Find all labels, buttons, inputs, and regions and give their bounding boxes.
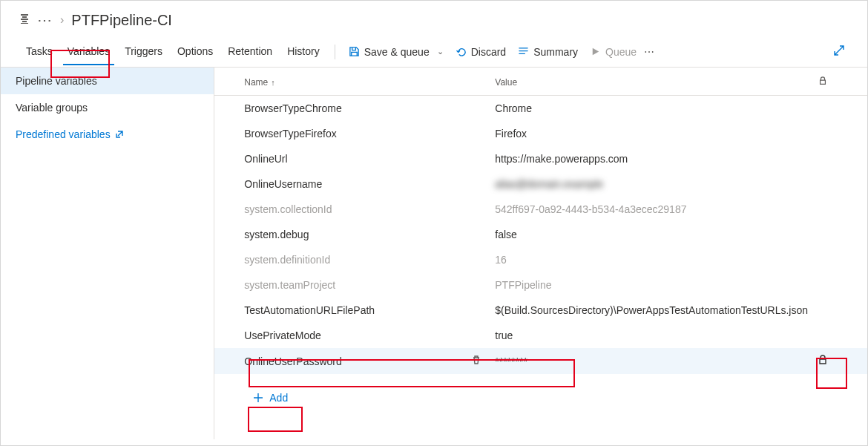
discard-label: Discard (471, 46, 506, 58)
variable-value[interactable]: false (495, 229, 808, 240)
variable-row[interactable]: system.collectionId542ff697-0a92-4443-b5… (214, 197, 867, 222)
queue-label: Queue (605, 46, 637, 58)
discard-button[interactable]: Discard (450, 42, 512, 62)
variable-row[interactable]: OnlineUserPassword******** (214, 348, 867, 374)
save-label: Save & queue (364, 46, 430, 58)
variable-value[interactable]: $(Build.SourcesDirectory)\PowerAppsTestA… (495, 304, 808, 316)
variable-value[interactable]: true (495, 329, 808, 341)
queue-button: Queue (584, 42, 642, 62)
undo-icon (456, 46, 467, 57)
play-icon (590, 46, 601, 57)
predefined-label: Predefined variables (16, 128, 111, 140)
variable-row[interactable]: system.debugfalse (214, 222, 867, 247)
variable-value[interactable]: PTFPipeline (495, 279, 808, 291)
project-icon[interactable] (19, 13, 30, 27)
more-actions-icon[interactable]: ⋯ (642, 46, 657, 58)
variable-name[interactable]: UsePrivateMode (244, 329, 321, 341)
sidebar-item-pipeline-variables[interactable]: Pipeline variables (1, 68, 214, 94)
variable-row[interactable]: OnlineUsernamealias@domain.example (214, 171, 867, 197)
variable-row[interactable]: BrowserTypeChromeChrome (214, 96, 867, 121)
grid-header: Name ↑ Value (214, 68, 867, 96)
tab-history[interactable]: History (280, 38, 327, 65)
variable-name[interactable]: system.debug (244, 229, 309, 240)
tab-variables[interactable]: Variables (60, 38, 117, 65)
variable-name[interactable]: OnlineUserPassword (244, 355, 342, 367)
tab-options[interactable]: Options (170, 38, 220, 65)
chevron-down-icon: ⌄ (437, 47, 444, 56)
variable-name[interactable]: system.teamProject (244, 279, 335, 291)
variables-grid: Name ↑ Value BrowserTypeChromeChromeBrow… (214, 68, 867, 439)
lock-icon[interactable] (818, 355, 828, 365)
tab-tasks[interactable]: Tasks (19, 38, 60, 65)
tab-bar: Tasks Variables Triggers Options Retenti… (1, 36, 867, 68)
lock-icon (818, 76, 827, 85)
column-header-value[interactable]: Value (495, 77, 808, 88)
lock-cell[interactable] (808, 355, 838, 367)
variable-name[interactable]: system.collectionId (244, 203, 332, 215)
sidebar-item-variable-groups[interactable]: Variable groups (1, 94, 214, 121)
variable-name[interactable]: TestAutomationURLFilePath (244, 304, 375, 316)
variable-value[interactable]: ******** (495, 355, 808, 367)
variable-name[interactable]: BrowserTypeChrome (244, 102, 342, 114)
add-label: Add (269, 392, 288, 404)
variable-name[interactable]: BrowserTypeFirefox (244, 128, 336, 140)
add-variable-button[interactable]: Add (244, 387, 297, 408)
sort-asc-icon: ↑ (271, 78, 275, 87)
summary-label: Summary (533, 46, 578, 58)
variable-value[interactable]: alias@domain.example (495, 178, 808, 190)
rows-container: BrowserTypeChromeChromeBrowserTypeFirefo… (214, 96, 867, 374)
save-icon (349, 46, 360, 57)
expand-icon[interactable] (833, 45, 849, 59)
variable-row[interactable]: system.teamProjectPTFPipeline (214, 272, 867, 298)
pipeline-title[interactable]: PTFPipeline-CI (71, 12, 172, 29)
variable-row[interactable]: TestAutomationURLFilePath$(Build.Sources… (214, 298, 867, 323)
delete-icon[interactable] (471, 355, 481, 367)
variable-row[interactable]: system.definitionId16 (214, 247, 867, 272)
save-and-queue-button[interactable]: Save & queue ⌄ (343, 42, 450, 62)
summary-button[interactable]: Summary (512, 42, 584, 62)
tab-retention[interactable]: Retention (220, 38, 280, 65)
main-area: Pipeline variables Variable groups Prede… (1, 68, 867, 439)
variable-name[interactable]: OnlineUsername (244, 178, 322, 190)
sidebar-link-predefined[interactable]: Predefined variables (1, 121, 214, 148)
breadcrumb-more-icon[interactable]: ⋯ (38, 11, 53, 29)
summary-icon (518, 46, 529, 57)
divider (335, 45, 335, 59)
variable-value[interactable]: Chrome (495, 102, 808, 114)
column-header-name[interactable]: Name ↑ (244, 77, 495, 88)
variable-row[interactable]: UsePrivateModetrue (214, 323, 867, 348)
variable-row[interactable]: BrowserTypeFirefoxFirefox (214, 121, 867, 146)
column-header-lock (808, 76, 838, 88)
variable-value[interactable]: https://make.powerapps.com (495, 153, 808, 165)
tab-triggers[interactable]: Triggers (117, 38, 170, 65)
variable-row[interactable]: OnlineUrlhttps://make.powerapps.com (214, 146, 867, 171)
variable-value[interactable]: 542ff697-0a92-4443-b534-4a3ecec29187 (495, 203, 808, 215)
plus-icon (253, 393, 263, 403)
breadcrumb-separator: › (60, 13, 64, 27)
variable-value[interactable]: Firefox (495, 128, 808, 140)
sidebar: Pipeline variables Variable groups Prede… (1, 68, 214, 439)
breadcrumb: ⋯ › PTFPipeline-CI (1, 1, 867, 36)
variable-name[interactable]: OnlineUrl (244, 153, 287, 165)
external-link-icon (115, 130, 124, 139)
variable-name[interactable]: system.definitionId (244, 254, 330, 266)
variable-value[interactable]: 16 (495, 254, 808, 266)
